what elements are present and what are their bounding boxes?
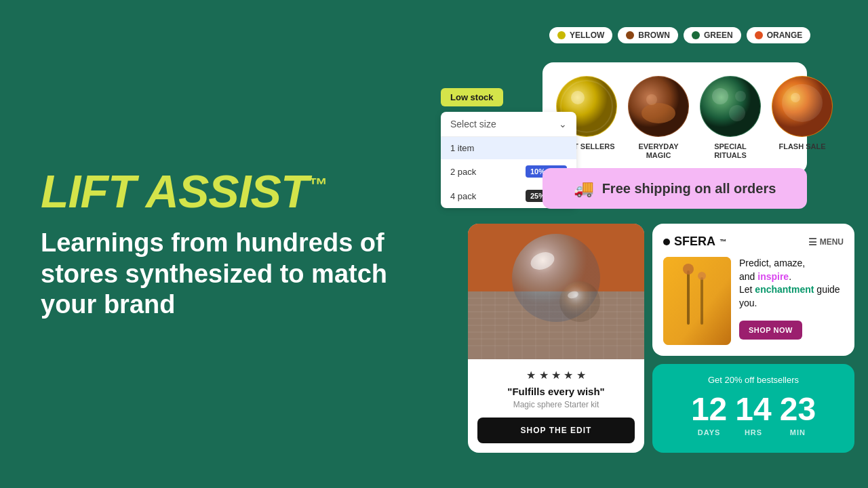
sfera-menu-label: MENU [820, 237, 844, 247]
countdown-card: Get 20% off bestsellers 12 DAYS 14 HRS 2… [652, 364, 854, 453]
sfera-menu-button[interactable]: ☰ MENU [808, 237, 844, 247]
sfera-product-svg [663, 257, 731, 345]
category-flash-sale[interactable]: FLASH SALE [772, 76, 833, 160]
countdown-hours-number: 14 [735, 393, 771, 426]
stars: ★ ★ ★ ★ ★ [477, 369, 635, 382]
color-label-brown: BROWN [638, 30, 670, 40]
countdown-minutes-label: MIN [790, 428, 806, 436]
product-image-svg [468, 224, 644, 359]
color-pill-yellow[interactable]: YELLOW [549, 27, 612, 43]
sfera-content: Predict, amaze,and inspire.Let enchantme… [663, 257, 844, 345]
sfera-header: SFERA™ ☰ MENU [663, 235, 844, 249]
size-option-1item[interactable]: 1 item [441, 137, 576, 159]
svg-point-43 [698, 272, 706, 280]
size-placeholder: Select size [450, 119, 496, 129]
product-subtitle: Magic sphere Starter kit [477, 400, 635, 409]
category-img-green-svg [700, 76, 761, 137]
size-option-label-2: 2 pack [450, 167, 476, 177]
category-img-green [700, 76, 761, 137]
brand-title: LIFT ASSIST™ [41, 168, 393, 214]
bottom-row: ★ ★ ★ ★ ★ "Fulfills every wish" Magic sp… [468, 224, 854, 453]
svg-point-42 [683, 264, 694, 274]
product-quote: "Fulfills every wish" [477, 386, 635, 397]
countdown-hours: 14 HRS [735, 393, 771, 436]
category-card: BEST SELLERS EVERYDAY MAGIC [542, 62, 807, 174]
color-label-yellow: YELLOW [570, 30, 604, 40]
svg-point-4 [642, 103, 675, 123]
product-image-area [468, 224, 644, 359]
hero-left: LIFT ASSIST™ Learnings from hundreds of … [41, 168, 393, 321]
size-dropdown-header[interactable]: Select size ⌄ [441, 112, 576, 137]
highlight-inspire: inspire [757, 271, 789, 282]
shop-the-edit-button[interactable]: SHOP THE EDIT [477, 418, 635, 443]
tagline: Learnings from hundreds of stores synthe… [41, 228, 393, 321]
shipping-text: Free shipping on all orders [602, 181, 776, 197]
sfera-shop-button[interactable]: SHOP NOW [739, 321, 802, 340]
low-stock-badge: Low stock [441, 88, 503, 106]
category-label-3: FLASH SALE [778, 142, 825, 151]
category-img-brown [628, 76, 689, 137]
svg-point-7 [712, 88, 728, 104]
color-dot-yellow [557, 31, 566, 39]
category-label-1: EVERYDAY MAGIC [628, 142, 689, 160]
product-card: ★ ★ ★ ★ ★ "Fulfills every wish" Magic sp… [468, 224, 644, 453]
brand-name: LIFT ASSIST [41, 165, 308, 217]
color-pill-brown[interactable]: BROWN [618, 27, 678, 43]
color-dot-orange [755, 31, 763, 39]
chevron-down-icon: ⌄ [559, 119, 567, 129]
category-img-brown-svg [628, 76, 689, 137]
svg-point-5 [646, 94, 657, 105]
svg-point-6 [701, 77, 760, 136]
truck-icon: 🚚 [574, 179, 594, 198]
size-option-label-3: 4 pack [450, 191, 476, 201]
color-selector-row: YELLOW BROWN GREEN ORANGE [542, 27, 810, 43]
countdown-hours-label: HRS [745, 428, 762, 436]
sfera-logo: SFERA™ [663, 235, 726, 249]
sfera-headline: Predict, amaze,and inspire.Let enchantme… [739, 257, 844, 310]
category-label-2: SPECIAL RITUALS [700, 142, 761, 160]
countdown-digits: 12 DAYS 14 HRS 23 MIN [691, 393, 816, 436]
category-img-orange-svg [772, 76, 833, 137]
svg-rect-40 [687, 270, 690, 325]
countdown-minutes-number: 23 [780, 393, 816, 426]
svg-point-11 [782, 84, 823, 122]
category-img-orange [772, 76, 833, 137]
color-dot-brown [626, 31, 634, 39]
color-label-green: GREEN [704, 30, 733, 40]
category-everyday-magic[interactable]: EVERYDAY MAGIC [628, 76, 689, 160]
svg-rect-41 [701, 277, 703, 325]
svg-point-9 [735, 91, 746, 102]
category-special-rituals[interactable]: SPECIAL RITUALS [700, 76, 761, 160]
color-dot-green [692, 31, 700, 39]
product-info: ★ ★ ★ ★ ★ "Fulfills every wish" Magic sp… [468, 359, 644, 453]
svg-point-12 [791, 93, 800, 102]
sfera-trademark: ™ [719, 238, 726, 245]
brand-trademark: ™ [308, 174, 326, 195]
svg-rect-39 [663, 257, 731, 345]
color-pill-orange[interactable]: ORANGE [747, 27, 811, 43]
right-column: SFERA™ ☰ MENU [652, 224, 854, 453]
highlight-enchantment: enchantment [755, 284, 814, 295]
color-pill-green[interactable]: GREEN [684, 27, 741, 43]
countdown-minutes: 23 MIN [780, 393, 816, 436]
countdown-days: 12 DAYS [691, 393, 727, 436]
sfera-card: SFERA™ ☰ MENU [652, 224, 854, 356]
shipping-banner: 🚚 Free shipping on all orders [542, 168, 807, 209]
sfera-logo-dot [663, 239, 670, 245]
countdown-days-label: DAYS [698, 428, 721, 436]
svg-point-37 [559, 281, 600, 322]
size-option-label-1: 1 item [450, 143, 474, 153]
color-label-orange: ORANGE [767, 30, 803, 40]
svg-point-8 [729, 105, 745, 121]
sfera-logo-text: SFERA [674, 235, 715, 249]
menu-icon: ☰ [808, 237, 817, 247]
countdown-label: Get 20% off bestsellers [708, 375, 799, 385]
sfera-text: Predict, amaze,and inspire.Let enchantme… [739, 257, 844, 345]
sfera-product-image [663, 257, 731, 345]
countdown-days-number: 12 [691, 393, 727, 426]
